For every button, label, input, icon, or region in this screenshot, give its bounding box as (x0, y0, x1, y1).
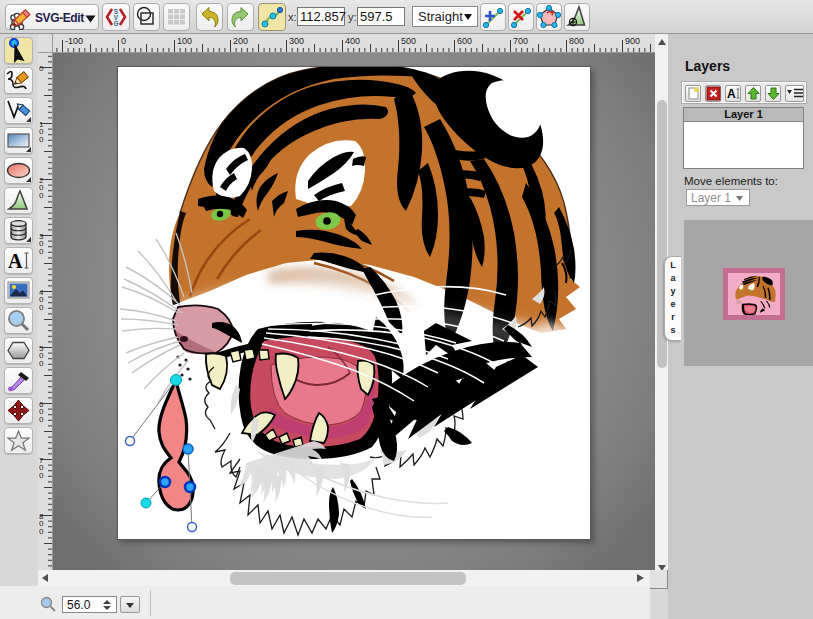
svg-text:0: 0 (39, 191, 44, 200)
svg-text:G: G (113, 20, 118, 27)
svg-text:400: 400 (345, 36, 360, 46)
svg-text:0: 0 (39, 64, 44, 73)
svg-text:800: 800 (569, 36, 584, 46)
svg-text:300: 300 (289, 36, 304, 46)
svg-text:900: 900 (625, 36, 640, 46)
svg-text:200: 200 (233, 36, 248, 46)
svg-text:500: 500 (401, 36, 416, 46)
svg-text:A: A (727, 87, 736, 101)
svg-text:0: 0 (39, 471, 44, 480)
svg-text:0: 0 (39, 247, 44, 256)
svg-text:700: 700 (513, 36, 528, 46)
svg-text:A: A (8, 250, 23, 272)
svg-text:0: 0 (39, 359, 44, 368)
svg-text:0: 0 (39, 527, 44, 536)
svg-text:0: 0 (39, 415, 44, 424)
svg-text:0: 0 (39, 135, 44, 144)
svg-text:0: 0 (121, 36, 126, 46)
svg-text:-100: -100 (65, 36, 83, 46)
svg-text:100: 100 (177, 36, 192, 46)
svg-text:600: 600 (457, 36, 472, 46)
svg-text:0: 0 (39, 303, 44, 312)
